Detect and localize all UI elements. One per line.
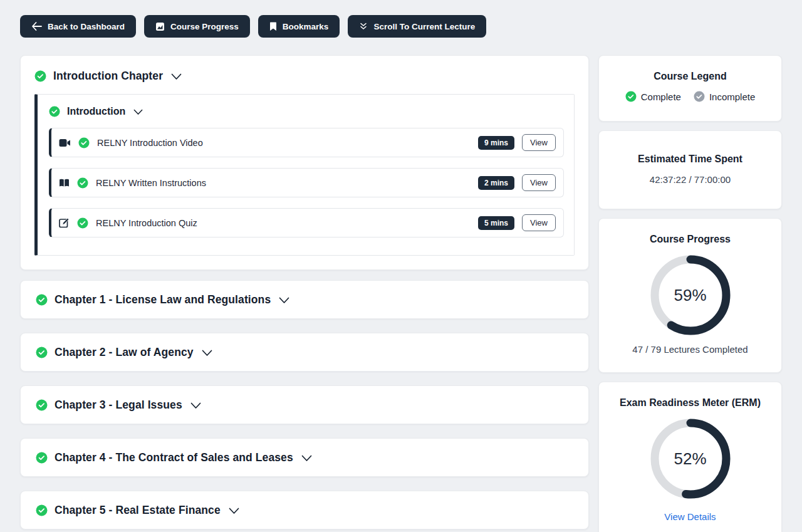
lecture-row: RELNY Introduction Video 9 mins View xyxy=(49,128,564,157)
complete-check-icon xyxy=(625,91,637,102)
chapter-card-1: Chapter 1 - License Law and Regulations xyxy=(20,280,589,319)
chevron-down-icon xyxy=(202,350,212,357)
lecture-title: RELNY Introduction Video xyxy=(97,138,203,148)
lecture-title: RELNY Introduction Quiz xyxy=(96,218,197,228)
back-to-dashboard-button[interactable]: Back to Dashboard xyxy=(20,15,136,38)
view-button[interactable]: View xyxy=(522,134,556,152)
course-progress-title: Course Progress xyxy=(608,234,773,245)
chapter-card-3: Chapter 3 - Legal Issues xyxy=(20,385,589,424)
scroll-to-current-lecture-button[interactable]: Scroll To Current Lecture xyxy=(348,15,486,38)
scroll-to-current-lecture-label: Scroll To Current Lecture xyxy=(373,22,475,31)
legend-complete-label: Complete xyxy=(641,91,681,102)
chevron-down-icon xyxy=(190,402,201,409)
legend-incomplete: Incomplete xyxy=(694,91,755,102)
top-toolbar: Back to Dashboard Course Progress Bookma… xyxy=(20,15,782,38)
intro-section-box: Introduction xyxy=(34,94,575,256)
legend-incomplete-label: Incomplete xyxy=(709,91,755,102)
chevron-down-icon xyxy=(279,297,289,304)
chapter-title: Chapter 4 - The Contract of Sales and Le… xyxy=(55,451,293,464)
chapter-title: Chapter 1 - License Law and Regulations xyxy=(55,293,271,306)
incomplete-check-icon xyxy=(694,91,705,102)
lecture-title: RELNY Written Instructions xyxy=(96,178,206,188)
exam-readiness-card: Exam Readiness Meter (ERM) 52% View Deta… xyxy=(598,382,782,532)
time-spent-value: 42:37:22 / 77:00:00 xyxy=(608,174,773,185)
exam-readiness-percent: 52% xyxy=(649,417,732,500)
intro-chapter-header[interactable]: Introduction Chapter xyxy=(34,70,575,83)
complete-check-icon xyxy=(36,347,48,358)
chapter-card-5: Chapter 5 - Real Estate Finance xyxy=(20,491,589,529)
chart-image-icon xyxy=(155,22,165,31)
right-sidebar: Course Legend Complete Incomplete xyxy=(598,55,782,532)
bookmark-icon xyxy=(269,22,277,31)
course-legend-title: Course Legend xyxy=(608,71,773,82)
exam-readiness-donut: 52% xyxy=(649,417,732,500)
chapter-4-header[interactable]: Chapter 4 - The Contract of Sales and Le… xyxy=(36,451,312,464)
complete-check-icon xyxy=(34,70,46,82)
intro-section-header[interactable]: Introduction xyxy=(49,106,564,117)
chapter-5-header[interactable]: Chapter 5 - Real Estate Finance xyxy=(36,504,239,517)
duration-badge: 5 mins xyxy=(478,216,514,230)
course-progress-percent: 59% xyxy=(649,254,732,336)
complete-check-icon xyxy=(78,137,90,149)
course-page: Back to Dashboard Course Progress Bookma… xyxy=(0,0,802,532)
chapter-title: Chapter 2 - Law of Agency xyxy=(55,346,194,359)
time-spent-title: Estimated Time Spent xyxy=(608,154,773,165)
lecture-row: RELNY Introduction Quiz 5 mins View xyxy=(49,208,564,237)
intro-chapter-card: Introduction Chapter Introduction xyxy=(20,55,589,270)
chapter-1-header[interactable]: Chapter 1 - License Law and Regulations xyxy=(36,293,289,306)
chevron-down-icon xyxy=(229,508,239,514)
bookmarks-button[interactable]: Bookmarks xyxy=(258,15,340,38)
course-progress-donut: 59% xyxy=(649,254,732,336)
complete-check-icon xyxy=(36,294,48,306)
chapter-2-header[interactable]: Chapter 2 - Law of Agency xyxy=(36,346,212,359)
lecture-row: RELNY Written Instructions 2 mins View xyxy=(49,168,564,197)
complete-check-icon xyxy=(77,217,88,229)
complete-check-icon xyxy=(36,452,48,464)
arrow-left-icon xyxy=(31,22,42,31)
chevron-down-icon xyxy=(133,109,143,115)
duration-badge: 2 mins xyxy=(478,176,514,190)
complete-check-icon xyxy=(36,399,48,411)
chapter-3-header[interactable]: Chapter 3 - Legal Issues xyxy=(36,399,201,412)
intro-section-title: Introduction xyxy=(67,106,125,117)
legend-complete: Complete xyxy=(625,91,681,102)
video-camera-icon xyxy=(59,138,71,147)
chapter-list: Introduction Chapter Introduction xyxy=(20,55,589,532)
edit-pencil-icon xyxy=(59,217,70,228)
course-legend-card: Course Legend Complete Incomplete xyxy=(598,55,782,122)
bookmarks-label: Bookmarks xyxy=(283,22,329,31)
chevron-down-icon xyxy=(301,455,312,462)
intro-chapter-title: Introduction Chapter xyxy=(53,70,163,83)
course-progress-button[interactable]: Course Progress xyxy=(144,15,250,38)
view-button[interactable]: View xyxy=(522,174,556,192)
course-progress-card: Course Progress 59% 47 / 79 Lectures Com… xyxy=(598,218,782,373)
open-book-icon xyxy=(59,179,70,187)
double-chevron-down-icon xyxy=(359,22,368,31)
view-button[interactable]: View xyxy=(522,214,556,232)
chapter-card-2: Chapter 2 - Law of Agency xyxy=(20,333,589,372)
complete-check-icon xyxy=(36,504,48,516)
exam-readiness-title: Exam Readiness Meter (ERM) xyxy=(608,397,773,409)
view-details-link[interactable]: View Details xyxy=(664,511,716,522)
chapter-title: Chapter 5 - Real Estate Finance xyxy=(55,504,221,517)
chapter-card-4: Chapter 4 - The Contract of Sales and Le… xyxy=(20,438,589,477)
complete-check-icon xyxy=(49,106,60,117)
complete-check-icon xyxy=(77,177,88,189)
course-progress-caption: 47 / 79 Lectures Completed xyxy=(608,344,773,355)
time-spent-card: Estimated Time Spent 42:37:22 / 77:00:00 xyxy=(598,130,782,209)
chevron-down-icon xyxy=(171,73,182,80)
duration-badge: 9 mins xyxy=(478,136,514,150)
back-to-dashboard-label: Back to Dashboard xyxy=(48,22,125,31)
course-progress-label: Course Progress xyxy=(170,22,239,31)
chapter-title: Chapter 3 - Legal Issues xyxy=(55,399,182,412)
